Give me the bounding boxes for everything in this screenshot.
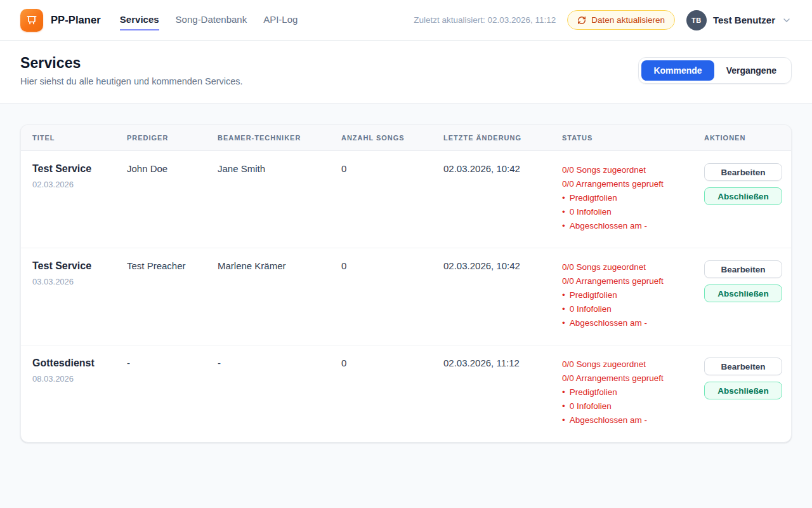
cell-status: 0/0 Songs zugeordnet 0/0 Arrangements ge… <box>562 163 704 233</box>
brand-name: PP-Planer <box>51 14 101 26</box>
bullet-icon: • <box>562 205 565 219</box>
status-bullet-item: •0 Infofolien <box>562 205 695 219</box>
service-title: Gottesdienst <box>32 358 118 369</box>
status-bullet-label: Abgeschlossen am - <box>570 316 647 330</box>
status-bullet-item: •Predigtfolien <box>562 191 695 205</box>
service-filter-toggle: Kommende Vergangene <box>638 57 792 84</box>
status-songs: 0/0 Songs zugeordnet <box>562 358 695 371</box>
status-bullet-label: 0 Infofolien <box>570 302 612 316</box>
complete-service-button[interactable]: Abschließen <box>704 284 782 302</box>
cell-anzahl-songs: 0 <box>341 260 443 330</box>
table-header-row: TITEL PREDIGER BEAMER-TECHNIKER ANZAHL S… <box>21 125 791 150</box>
cell-beamer-techniker: - <box>218 358 341 427</box>
table-row: Gottesdienst 08.03.2026 - - 0 02.03.2026… <box>21 345 791 442</box>
status-bullet-label: 0 Infofolien <box>570 399 612 413</box>
complete-service-button[interactable]: Abschließen <box>704 382 782 399</box>
user-menu[interactable]: TB Test Benutzer <box>686 10 792 30</box>
cell-prediger: Test Preacher <box>127 260 218 330</box>
service-title: Test Service <box>32 260 118 272</box>
top-bar-right: Zuletzt aktualisiert: 02.03.2026, 11:12 … <box>414 10 792 30</box>
column-header-anzahl-songs: ANZAHL SONGS <box>341 134 443 142</box>
status-bullet-label: Predigtfolien <box>570 385 617 399</box>
cell-titel: Gottesdienst 08.03.2026 <box>32 358 127 427</box>
status-bullet-label: 0 Infofolien <box>570 205 612 219</box>
app-logo <box>20 9 43 32</box>
chevron-down-icon <box>782 15 792 25</box>
avatar: TB <box>686 10 707 30</box>
column-header-titel: TITEL <box>32 134 127 142</box>
status-bullet-label: Predigtfolien <box>570 191 617 205</box>
cell-prediger: John Doe <box>127 163 218 233</box>
cell-letzte-aenderung: 02.03.2026, 10:42 <box>443 260 562 330</box>
status-bullet-item: •Predigtfolien <box>562 288 695 302</box>
table-row: Test Service 03.03.2026 Test Preacher Ma… <box>21 248 791 345</box>
cell-anzahl-songs: 0 <box>341 163 443 233</box>
status-bullet-label: Abgeschlossen am - <box>570 413 647 427</box>
cell-aktionen: Bearbeiten Abschließen <box>704 358 791 427</box>
main-content: TITEL PREDIGER BEAMER-TECHNIKER ANZAHL S… <box>0 104 812 468</box>
bullet-icon: • <box>562 399 565 413</box>
projector-screen-icon <box>25 14 38 27</box>
cell-status: 0/0 Songs zugeordnet 0/0 Arrangements ge… <box>562 260 704 330</box>
cell-beamer-techniker: Jane Smith <box>218 163 341 233</box>
column-header-letzte-aenderung: LETZTE ÄNDERUNG <box>443 134 562 142</box>
service-date: 08.03.2026 <box>32 374 118 384</box>
cell-status: 0/0 Songs zugeordnet 0/0 Arrangements ge… <box>562 358 704 427</box>
refresh-button-label: Daten aktualisieren <box>591 15 665 25</box>
app-brand[interactable]: PP-Planer <box>20 9 101 32</box>
service-date: 03.03.2026 <box>32 277 118 286</box>
nav-item-song-datenbank[interactable]: Song-Datenbank <box>176 14 247 30</box>
nav-item-api-log[interactable]: API-Log <box>263 14 298 30</box>
nav-item-services[interactable]: Services <box>120 14 159 30</box>
bullet-icon: • <box>562 302 565 316</box>
status-arrangements: 0/0 Arrangements geprueft <box>562 371 695 385</box>
cell-prediger: - <box>127 358 218 427</box>
column-header-aktionen: AKTIONEN <box>704 134 780 142</box>
page-header-text: Services Hier siehst du alle heutigen un… <box>20 55 243 86</box>
page-title: Services <box>20 55 243 72</box>
bullet-icon: • <box>562 219 565 233</box>
table-row: Test Service 02.03.2026 John Doe Jane Sm… <box>21 150 791 248</box>
status-bullet-item: •0 Infofolien <box>562 399 695 413</box>
refresh-icon <box>577 16 586 25</box>
bullet-icon: • <box>562 385 565 399</box>
cell-letzte-aenderung: 02.03.2026, 10:42 <box>443 163 562 233</box>
status-bullet-item: •Abgeschlossen am - <box>562 316 695 330</box>
bullet-icon: • <box>562 191 565 205</box>
status-bullet-label: Abgeschlossen am - <box>570 219 647 233</box>
cell-beamer-techniker: Marlene Krämer <box>218 260 341 330</box>
status-bullet-item: •Abgeschlossen am - <box>562 219 695 233</box>
cell-aktionen: Bearbeiten Abschließen <box>704 163 791 233</box>
status-bullet-item: •0 Infofolien <box>562 302 695 316</box>
services-table-card: TITEL PREDIGER BEAMER-TECHNIKER ANZAHL S… <box>20 124 792 443</box>
status-bullet-label: Predigtfolien <box>570 288 617 302</box>
complete-service-button[interactable]: Abschließen <box>704 187 782 205</box>
user-name: Test Benutzer <box>713 15 775 25</box>
cell-letzte-aenderung: 02.03.2026, 11:12 <box>443 358 562 427</box>
service-title: Test Service <box>32 163 118 175</box>
status-arrangements: 0/0 Arrangements geprueft <box>562 177 695 191</box>
status-songs: 0/0 Songs zugeordnet <box>562 163 695 177</box>
cell-anzahl-songs: 0 <box>341 358 443 427</box>
top-bar: PP-Planer Services Song-Datenbank API-Lo… <box>0 0 812 41</box>
status-songs: 0/0 Songs zugeordnet <box>562 260 695 274</box>
service-date: 02.03.2026 <box>32 180 118 189</box>
status-arrangements: 0/0 Arrangements geprueft <box>562 274 695 288</box>
refresh-data-button[interactable]: Daten aktualisieren <box>567 10 675 30</box>
page-subtitle: Hier siehst du alle heutigen und kommend… <box>20 76 243 86</box>
last-updated-text: Zuletzt aktualisiert: 02.03.2026, 11:12 <box>414 15 556 25</box>
edit-service-button[interactable]: Bearbeiten <box>704 260 782 278</box>
page-header: Services Hier siehst du alle heutigen un… <box>0 41 812 104</box>
edit-service-button[interactable]: Bearbeiten <box>704 163 782 181</box>
bullet-icon: • <box>562 288 565 302</box>
filter-vergangene-button[interactable]: Vergangene <box>714 60 789 81</box>
status-bullet-item: •Abgeschlossen am - <box>562 413 695 427</box>
cell-titel: Test Service 02.03.2026 <box>32 163 127 233</box>
column-header-status: STATUS <box>562 134 704 142</box>
bullet-icon: • <box>562 316 565 330</box>
edit-service-button[interactable]: Bearbeiten <box>704 358 782 375</box>
main-nav: Services Song-Datenbank API-Log <box>120 10 298 30</box>
status-bullet-item: •Predigtfolien <box>562 385 695 399</box>
column-header-prediger: PREDIGER <box>127 134 218 142</box>
filter-kommende-button[interactable]: Kommende <box>641 60 714 81</box>
